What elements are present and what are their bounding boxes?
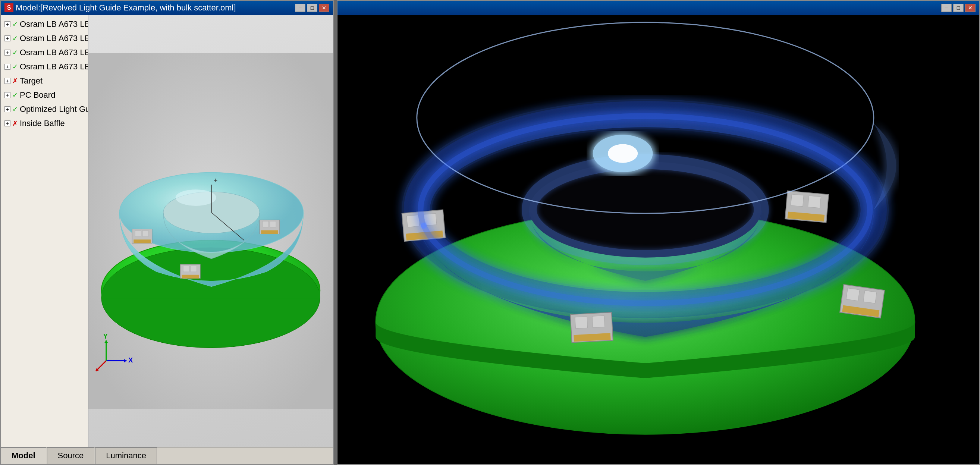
expand-icon[interactable]: + — [5, 35, 10, 41]
check-icon: ✓ — [12, 105, 18, 113]
expand-icon[interactable]: + — [5, 49, 10, 56]
cross-icon: ✗ — [12, 119, 18, 127]
app-icon: S — [5, 3, 13, 12]
svg-rect-51 — [863, 290, 877, 303]
svg-rect-4 — [102, 290, 320, 299]
left-window-title: Model:[Revolved Light Guide Example, wit… — [16, 3, 236, 13]
svg-rect-47 — [808, 196, 821, 208]
svg-rect-17 — [181, 275, 199, 279]
item-1[interactable]: +✓Osram LB A673 LED — [2, 18, 86, 30]
svg-text:X: X — [128, 357, 133, 364]
svg-rect-19 — [191, 266, 197, 272]
right-window: − □ ✕ — [337, 0, 980, 465]
svg-point-38 — [608, 144, 638, 162]
svg-rect-54 — [575, 317, 588, 328]
left-title-bar: S Model:[Revolved Light Guide Example, w… — [1, 1, 333, 15]
item-6[interactable]: +✓PC Board — [2, 89, 86, 102]
right-maximize-button[interactable]: □ — [953, 4, 964, 12]
tree-panel: +✓Osram LB A673 LED+✓Osram LB A673 LED+✓… — [1, 15, 88, 447]
tab-model[interactable]: Model — [1, 447, 46, 464]
tree-item-label: Optimized Light Guide — [20, 104, 88, 114]
svg-rect-9 — [134, 239, 151, 243]
svg-rect-15 — [270, 221, 276, 228]
tree-item-label: PC Board — [20, 90, 55, 100]
left-3d-scene: + X Y — [88, 15, 333, 447]
right-window-controls: − □ ✕ — [941, 4, 975, 12]
svg-rect-50 — [846, 288, 859, 301]
check-icon: ✓ — [12, 20, 18, 28]
right-minimize-button[interactable]: − — [941, 4, 952, 12]
svg-text:Y: Y — [103, 333, 108, 340]
svg-text:+: + — [214, 177, 217, 184]
close-button[interactable]: ✕ — [319, 4, 329, 12]
maximize-button[interactable]: □ — [307, 4, 317, 12]
cross-icon: ✗ — [12, 77, 18, 85]
check-icon: ✓ — [12, 34, 18, 43]
svg-rect-13 — [261, 231, 278, 234]
right-close-button[interactable]: ✕ — [965, 4, 975, 12]
expand-icon[interactable]: + — [5, 78, 10, 84]
window-controls: − □ ✕ — [295, 4, 329, 12]
item-4[interactable]: +✓Osram LB A673 LED — [2, 61, 86, 73]
item-5[interactable]: +✗Target — [2, 75, 86, 87]
expand-icon[interactable]: + — [5, 92, 10, 98]
expand-icon[interactable]: + — [5, 106, 10, 112]
tree-item-label: Osram LB A673 LED — [20, 62, 88, 72]
item-2[interactable]: +✓Osram LB A673 LED — [2, 32, 86, 45]
item-3[interactable]: +✓Osram LB A673 LED — [2, 46, 86, 59]
tree-item-label: Target — [20, 76, 43, 86]
check-icon: ✓ — [12, 63, 18, 71]
tree-item-label: Osram LB A673 LED — [20, 19, 88, 29]
expand-icon[interactable]: + — [5, 21, 10, 27]
left-viewport[interactable]: + X Y — [88, 15, 333, 447]
window-content: +✓Osram LB A673 LED+✓Osram LB A673 LED+✓… — [1, 15, 333, 447]
left-window: S Model:[Revolved Light Guide Example, w… — [0, 0, 334, 465]
expand-icon[interactable]: + — [5, 64, 10, 70]
tree-item-label: Osram LB A673 LED — [20, 48, 88, 57]
svg-rect-55 — [592, 316, 605, 328]
tree-item-label: Inside Baffle — [20, 119, 65, 128]
svg-rect-10 — [135, 231, 141, 237]
tab-source[interactable]: Source — [47, 447, 95, 464]
svg-rect-18 — [183, 266, 189, 272]
svg-rect-41 — [406, 215, 420, 227]
svg-rect-46 — [791, 194, 804, 207]
tab-luminance[interactable]: Luminance — [95, 447, 157, 464]
minimize-button[interactable]: − — [295, 4, 305, 12]
svg-rect-11 — [142, 231, 148, 237]
tree-item-label: Osram LB A673 LED — [20, 33, 88, 43]
right-3d-scene — [337, 15, 979, 464]
right-viewport[interactable] — [337, 15, 979, 464]
expand-icon[interactable]: + — [5, 121, 10, 126]
item-8[interactable]: +✗Inside Baffle — [2, 117, 86, 130]
right-title-bar: − □ ✕ — [337, 1, 979, 15]
item-7[interactable]: +✓Optimized Light Guide — [2, 103, 86, 116]
bottom-tabs: ModelSourceLuminance — [1, 447, 333, 464]
check-icon: ✓ — [12, 48, 18, 57]
svg-point-7 — [176, 190, 216, 206]
svg-rect-14 — [262, 221, 269, 228]
check-icon: ✓ — [12, 91, 18, 99]
